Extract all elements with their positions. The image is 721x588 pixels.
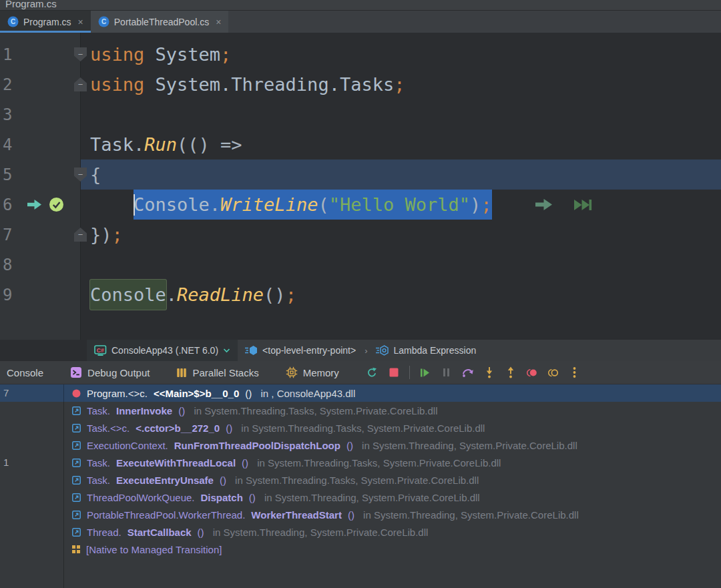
breadcrumb-lambda[interactable]: Lambda Expression xyxy=(369,340,483,361)
code-token: using xyxy=(90,69,156,99)
code-line-4[interactable]: 4Task.Run(() => xyxy=(0,129,721,160)
code-token: System.Threading.Tasks xyxy=(156,69,395,99)
step-into-button[interactable] xyxy=(480,363,499,382)
code-line-8[interactable]: 8 xyxy=(0,250,721,280)
code-line-6[interactable]: 6 Console.WriteLine("Hello World"); xyxy=(0,190,721,220)
tab-label: PortableThreadPool.cs xyxy=(114,17,209,27)
frame-method-prefix: Thread. xyxy=(87,527,122,538)
stack-frame-row[interactable]: Task.ExecuteWithThreadLocal() in System.… xyxy=(0,454,721,471)
chevron-down-icon[interactable] xyxy=(223,348,230,353)
frame-method-parens: () xyxy=(226,422,232,434)
stack-frame-icon xyxy=(72,406,81,415)
line-number: 6 xyxy=(0,196,20,214)
code-text: using System; xyxy=(80,39,231,69)
editor-gutter[interactable]: 8 xyxy=(0,250,80,280)
stack-frame-row[interactable]: [Native to Managed Transition] xyxy=(0,541,721,558)
pause-button[interactable] xyxy=(437,363,456,382)
code-token: ; xyxy=(112,220,123,250)
text-caret xyxy=(134,194,135,216)
code-editor[interactable]: 1using System;2using System.Threading.Ta… xyxy=(0,33,721,340)
editor-gutter[interactable]: 3 xyxy=(0,99,80,129)
tab-label: Console xyxy=(7,367,43,378)
stack-frame-row[interactable]: PortableThreadPool.WorkerThread.WorkerTh… xyxy=(0,506,721,523)
line-number: 7 xyxy=(0,226,20,244)
debug-tool-tabs: Console Debug Output Parallel Stacks Mem… xyxy=(0,366,339,378)
step-out-icon xyxy=(507,366,515,378)
tab-parallel-stacks[interactable]: Parallel Stacks xyxy=(176,367,258,378)
frame-method-name: <<Main>$>b__0_0 xyxy=(154,388,239,399)
file-path-label: Program.cs xyxy=(5,0,721,9)
more-options-button[interactable] xyxy=(565,363,584,382)
code-line-9[interactable]: 9Console.ReadLine(); xyxy=(0,280,721,310)
svg-text:C: C xyxy=(11,18,15,25)
code-token: ; xyxy=(286,280,296,310)
parallel-stacks-icon xyxy=(176,367,187,378)
stack-frame-row[interactable]: Task.ExecuteEntryUnsafe() in System.Thre… xyxy=(0,471,721,489)
stop-button[interactable] xyxy=(385,363,403,382)
jump-to-statement-icon[interactable] xyxy=(535,198,553,211)
code-line-7[interactable]: 7}); xyxy=(0,220,721,250)
call-stack-panel[interactable]: Program.<>c.<<Main>$>b__0_0() in , Conso… xyxy=(0,384,721,588)
breadcrumb-spacer xyxy=(0,340,87,361)
editor-gutter[interactable]: 6 xyxy=(0,190,80,220)
frame-method-prefix: PortableThreadPool.WorkerThread. xyxy=(87,509,245,521)
breakpoint-verified-icon[interactable] xyxy=(49,197,64,212)
frame-method-parens: () xyxy=(178,405,185,416)
stack-frame-row[interactable]: Task.<>c.<.cctor>b__272_0() in System.Th… xyxy=(0,419,721,436)
editor-gutter[interactable]: 5 xyxy=(0,160,80,190)
frame-location: in System.Threading.Tasks, System.Privat… xyxy=(238,422,485,434)
frame-method-prefix: ExecutionContext. xyxy=(87,440,168,451)
tab-memory[interactable]: Memory xyxy=(286,366,339,378)
code-token: }) xyxy=(90,220,112,250)
breadcrumb-entry-point[interactable]: <top-level-entry-point> xyxy=(238,340,363,361)
rerun-button[interactable] xyxy=(363,363,382,382)
resume-button[interactable] xyxy=(416,363,435,382)
tab-program-cs[interactable]: C Program.cs × xyxy=(0,11,91,33)
stack-frame-icon xyxy=(72,459,81,467)
editor-gutter[interactable]: 2 xyxy=(0,69,80,99)
code-token: WriteLine xyxy=(220,190,318,220)
close-icon[interactable]: × xyxy=(78,17,83,27)
resume-icon xyxy=(420,368,430,378)
frame-method-prefix: [Native to Managed Transition] xyxy=(86,544,222,555)
step-over-button[interactable] xyxy=(459,363,477,382)
stack-frame-row[interactable]: ThreadPoolWorkQueue.Dispatch() in System… xyxy=(0,489,721,506)
frame-method-parens: () xyxy=(245,388,252,399)
code-token: (() => xyxy=(177,129,242,160)
editor-gutter[interactable]: 1 xyxy=(0,39,80,69)
lambda-method-icon xyxy=(376,345,389,356)
tab-console[interactable]: Console xyxy=(7,367,43,378)
pause-icon xyxy=(442,368,451,377)
toolbar-divider xyxy=(409,366,410,379)
run-config-selector[interactable]: C# ConsoleApp43 (.NET 6.0) xyxy=(87,340,238,361)
skip-to-statement-icon[interactable] xyxy=(573,198,593,212)
stack-frame-row[interactable]: Task.InnerInvoke() in System.Threading.T… xyxy=(0,402,721,419)
code-line-2[interactable]: 2using System.Threading.Tasks; xyxy=(0,69,721,99)
stack-frame-icon xyxy=(72,493,81,502)
frame-method-prefix: Task. xyxy=(87,457,110,469)
debug-toolbar: Console Debug Output Parallel Stacks Mem… xyxy=(0,361,721,384)
entry-point-label: <top-level-entry-point> xyxy=(262,345,356,356)
view-breakpoints-button[interactable] xyxy=(523,363,541,382)
stack-frame-icon xyxy=(72,511,81,519)
editor-gutter[interactable]: 9 xyxy=(0,280,80,310)
stack-frame-row[interactable]: Program.<>c.<<Main>$>b__0_0() in , Conso… xyxy=(0,384,721,402)
editor-gutter[interactable]: 7 xyxy=(0,220,80,250)
editor-gutter[interactable]: 4 xyxy=(0,129,80,160)
stack-frame-row[interactable]: ExecutionContext.RunFromThreadPoolDispat… xyxy=(0,436,721,454)
frame-location: in System.Threading.Tasks, System.Privat… xyxy=(254,457,501,469)
editor-tab-bar: C Program.cs × C PortableThreadPool.cs × xyxy=(0,11,721,33)
tab-portablethreadpool-cs[interactable]: C PortableThreadPool.cs × xyxy=(91,11,229,33)
stack-frame-icon xyxy=(72,424,81,432)
code-token: Console xyxy=(90,280,166,310)
tab-debug-output[interactable]: Debug Output xyxy=(70,366,150,378)
stack-frame-row[interactable]: Thread.StartCallback() in System.Threadi… xyxy=(0,523,721,541)
code-line-1[interactable]: 1using System; xyxy=(0,39,721,69)
step-out-button[interactable] xyxy=(501,363,520,382)
execution-pointer-icon[interactable] xyxy=(27,199,42,210)
native-transition-icon xyxy=(72,545,80,553)
close-icon[interactable]: × xyxy=(216,17,221,27)
code-line-3[interactable]: 3 xyxy=(0,99,721,129)
mute-breakpoints-button[interactable] xyxy=(544,363,563,382)
code-line-5[interactable]: 5{ xyxy=(0,160,721,190)
